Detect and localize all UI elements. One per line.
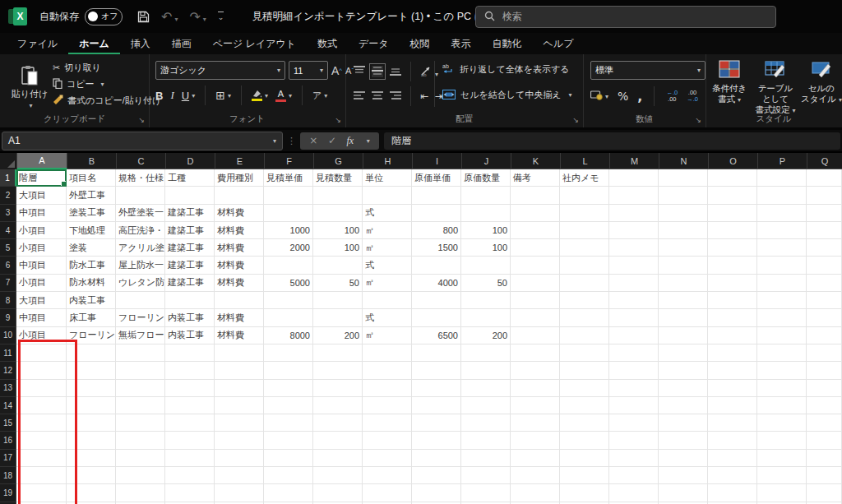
cell-P7[interactable] xyxy=(757,275,807,292)
cell-J4[interactable]: 100 xyxy=(461,222,511,239)
cell-P19[interactable] xyxy=(757,484,807,502)
cell-B7[interactable]: 防水材料 xyxy=(67,275,116,292)
cell-P4[interactable] xyxy=(757,222,807,239)
cell-D10[interactable]: 内装工事 xyxy=(165,327,215,344)
cell-K16[interactable] xyxy=(511,432,560,449)
cell-M6[interactable] xyxy=(609,257,659,274)
cell-P9[interactable] xyxy=(757,309,807,326)
cell-M1[interactable] xyxy=(609,169,659,187)
cell-A18[interactable] xyxy=(16,467,67,484)
cell-L16[interactable] xyxy=(560,432,609,449)
cell-O7[interactable] xyxy=(708,275,757,292)
cell-G11[interactable] xyxy=(313,344,363,362)
row-header-6[interactable]: 6 xyxy=(0,257,16,274)
cell-I5[interactable]: 1500 xyxy=(412,239,461,257)
cell-N5[interactable] xyxy=(659,239,708,257)
cell-H16[interactable] xyxy=(363,432,412,449)
cell-H15[interactable] xyxy=(363,414,412,432)
cell-B18[interactable] xyxy=(67,467,116,484)
cell-L9[interactable] xyxy=(560,309,609,326)
cell-B3[interactable]: 塗装工事 xyxy=(67,205,116,222)
cell-B8[interactable]: 内装工事 xyxy=(67,292,116,309)
cell-Q15[interactable] xyxy=(807,414,842,432)
decrease-indent-icon[interactable]: ⇤ xyxy=(420,90,428,102)
row-header-11[interactable]: 11 xyxy=(0,344,16,362)
cell-F18[interactable] xyxy=(264,467,313,484)
cell-N10[interactable] xyxy=(659,327,708,344)
increase-font-button[interactable]: A^ xyxy=(331,64,342,77)
cell-P13[interactable] xyxy=(757,380,807,397)
cell-H11[interactable] xyxy=(363,344,412,362)
cell-E9[interactable]: 材料費 xyxy=(215,309,264,326)
cell-N9[interactable] xyxy=(659,309,708,326)
cell-N1[interactable] xyxy=(659,169,708,187)
tab-自動化[interactable]: 自動化 xyxy=(482,33,533,54)
cell-E7[interactable]: 材料費 xyxy=(215,275,264,292)
cell-P11[interactable] xyxy=(757,344,807,362)
cell-O10[interactable] xyxy=(708,327,757,344)
cell-C4[interactable]: 高圧洗浄・ xyxy=(116,222,165,239)
cell-J8[interactable] xyxy=(461,292,511,309)
cell-Q4[interactable] xyxy=(807,222,842,239)
cell-M10[interactable] xyxy=(609,327,659,344)
cell-C18[interactable] xyxy=(116,467,165,484)
row-header-9[interactable]: 9 xyxy=(0,309,16,326)
cell-E19[interactable] xyxy=(215,484,264,502)
cell-N12[interactable] xyxy=(659,362,708,379)
cell-N16[interactable] xyxy=(659,432,708,449)
row-header-16[interactable]: 16 xyxy=(0,432,16,449)
cell-N4[interactable] xyxy=(659,222,708,239)
cell-H13[interactable] xyxy=(363,380,412,397)
tab-表示[interactable]: 表示 xyxy=(441,33,482,54)
cell-I11[interactable] xyxy=(412,344,461,362)
cell-B1[interactable]: 項目名 xyxy=(67,169,116,187)
cell-L14[interactable] xyxy=(560,397,609,414)
cell-P1[interactable] xyxy=(757,169,807,187)
cell-H5[interactable]: ㎡ xyxy=(363,239,412,257)
conditional-formatting-button[interactable]: 条件付き 書式▾ xyxy=(709,60,750,116)
cell-N17[interactable] xyxy=(659,450,708,467)
cell-M2[interactable] xyxy=(609,187,659,204)
cell-C12[interactable] xyxy=(116,362,165,379)
cell-N7[interactable] xyxy=(659,275,708,292)
cell-Q9[interactable] xyxy=(807,309,842,326)
copy-button[interactable]: コピー ▾ xyxy=(53,78,161,90)
cell-K12[interactable] xyxy=(511,362,560,379)
cell-O17[interactable] xyxy=(708,450,757,467)
cell-J16[interactable] xyxy=(461,432,511,449)
row-header-7[interactable]: 7 xyxy=(0,275,16,292)
cell-Q3[interactable] xyxy=(807,205,842,222)
cell-N3[interactable] xyxy=(659,205,708,222)
undo-button[interactable]: ↶▾ xyxy=(161,9,178,25)
cell-G14[interactable] xyxy=(313,397,363,414)
cell-H12[interactable] xyxy=(363,362,412,379)
cell-M11[interactable] xyxy=(609,344,659,362)
cell-F5[interactable]: 2000 xyxy=(264,239,313,257)
cell-D1[interactable]: 工種 xyxy=(165,169,215,187)
cancel-icon[interactable]: × xyxy=(309,135,317,146)
cell-C19[interactable] xyxy=(116,484,165,502)
cell-H6[interactable]: 式 xyxy=(363,257,412,274)
cell-G19[interactable] xyxy=(313,484,363,502)
font-size-select[interactable]: 11 ▾ xyxy=(289,61,328,80)
cell-G1[interactable]: 見積数量 xyxy=(313,169,363,187)
underline-button[interactable]: U▾ xyxy=(182,90,195,102)
cell-B9[interactable]: 床工事 xyxy=(67,309,116,326)
cell-H14[interactable] xyxy=(363,397,412,414)
cell-J14[interactable] xyxy=(461,397,511,414)
cell-I6[interactable] xyxy=(412,257,461,274)
cell-M17[interactable] xyxy=(609,450,659,467)
cell-C8[interactable] xyxy=(116,292,165,309)
cell-F15[interactable] xyxy=(264,414,313,432)
cell-E5[interactable]: 材料費 xyxy=(215,239,264,257)
cell-E16[interactable] xyxy=(215,432,264,449)
cell-E13[interactable] xyxy=(215,380,264,397)
name-box[interactable]: A1 ▾ xyxy=(2,132,283,150)
cell-H17[interactable] xyxy=(363,450,412,467)
cell-Q13[interactable] xyxy=(807,380,842,397)
cell-M3[interactable] xyxy=(609,205,659,222)
cell-O8[interactable] xyxy=(708,292,757,309)
cell-N19[interactable] xyxy=(659,484,708,502)
cell-C7[interactable]: ウレタン防 xyxy=(116,275,165,292)
cell-K14[interactable] xyxy=(511,397,560,414)
